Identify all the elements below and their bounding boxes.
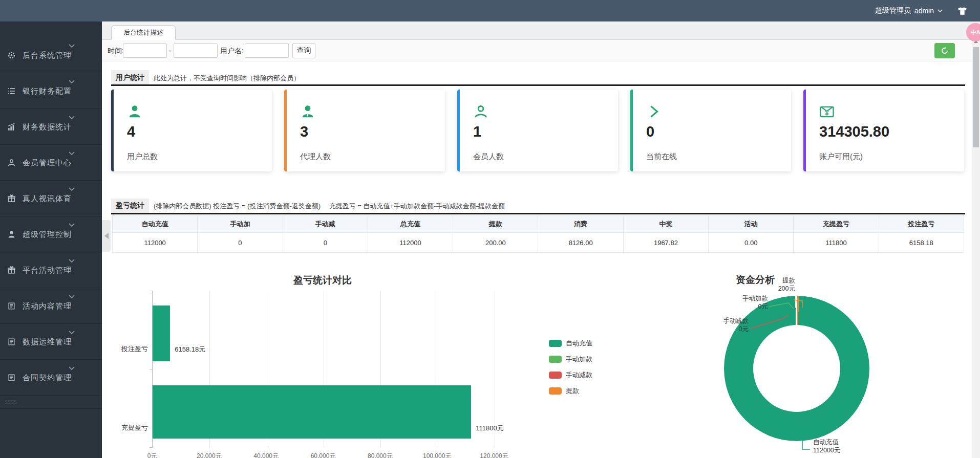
table-header-cell: 自动充值 bbox=[113, 216, 198, 233]
svg-text:¥: ¥ bbox=[825, 110, 829, 117]
user-tie-icon bbox=[300, 104, 315, 119]
sidebar-item-label: 会员管理中心 bbox=[23, 158, 72, 167]
stat-card: ¥314305.80账户可用(元) bbox=[803, 90, 964, 171]
tab-backend-statistics[interactable]: 后台统计描述 bbox=[111, 25, 176, 40]
user-role: 超级管理员 bbox=[875, 6, 911, 15]
table-header-cell: 手动加 bbox=[198, 216, 283, 233]
username-input[interactable] bbox=[245, 43, 289, 58]
sidebar-item[interactable]: 财务数据统计 bbox=[0, 109, 102, 145]
stat-card: 0当前在线 bbox=[630, 90, 791, 171]
stat-card-label: 账户可用(元) bbox=[819, 152, 863, 162]
table-value-cell: 6158.18 bbox=[879, 233, 964, 253]
table-value-cell: 8126.00 bbox=[538, 233, 623, 253]
sidebar-item[interactable]: 后台系统管理 bbox=[0, 37, 102, 73]
stat-card-label: 代理人数 bbox=[300, 152, 331, 162]
bar-category-label: 投注盈亏 bbox=[111, 344, 148, 354]
news-icon bbox=[7, 301, 16, 310]
sidebar-collapse-handle[interactable] bbox=[102, 220, 111, 252]
bar-value-label: 111800元 bbox=[476, 424, 503, 433]
x-axis-tick-label: 80,000元 bbox=[368, 452, 393, 458]
topbar: 超级管理员 admin bbox=[0, 0, 980, 21]
profit-stats-divider bbox=[111, 213, 965, 214]
sidebar-item-label: 真人视讯体育 bbox=[23, 193, 72, 203]
profit-stats-note: (排除内部会员数据) 投注盈亏 = (投注消费金额-返奖金额) 充提盈亏 = 自… bbox=[154, 202, 505, 211]
legend-swatch bbox=[549, 340, 562, 347]
sidebar-item-label: 后台系统管理 bbox=[23, 50, 72, 60]
user-menu[interactable]: 超级管理员 admin bbox=[875, 6, 943, 15]
chevron-down-icon bbox=[69, 331, 75, 334]
legend-item[interactable]: 手动加款 bbox=[549, 355, 592, 364]
legend-swatch bbox=[549, 387, 562, 395]
refresh-icon bbox=[941, 47, 949, 55]
table-header-cell: 投注盈亏 bbox=[879, 216, 964, 233]
vertical-scrollbar[interactable] bbox=[972, 21, 980, 458]
sidebar-item[interactable]: 会员管理中心 bbox=[0, 145, 102, 181]
table-header-cell: 活动 bbox=[709, 216, 794, 233]
sidebar-item-label: 超级管理控制 bbox=[23, 229, 72, 239]
sidebar-item-label: 平台活动管理 bbox=[23, 265, 72, 275]
legend-item[interactable]: 手动减款 bbox=[549, 370, 592, 380]
y-axis-tick bbox=[150, 447, 153, 448]
search-button[interactable]: 查询 bbox=[292, 43, 315, 58]
scrollbar-thumb[interactable] bbox=[973, 47, 979, 147]
table-header-cell: 充提盈亏 bbox=[794, 216, 879, 233]
sidebar-item[interactable]: 平台活动管理 bbox=[0, 252, 102, 288]
stat-card: 3代理人数 bbox=[284, 90, 445, 171]
username-label: 用户名: bbox=[220, 40, 244, 61]
chevron-down-icon bbox=[69, 366, 75, 370]
stat-card-value: 314305.80 bbox=[819, 123, 889, 140]
stat-card-label: 用户总数 bbox=[127, 152, 158, 162]
legend-label: 手动加款 bbox=[566, 355, 592, 364]
sidebar-item[interactable]: 超级管理控制 bbox=[0, 216, 102, 252]
table-value-cell: 112000 bbox=[368, 233, 453, 253]
user-stats-title: 用户统计 bbox=[111, 70, 149, 85]
tab-strip: 后台统计描述 bbox=[102, 21, 972, 40]
theme-shirt-icon[interactable] bbox=[957, 7, 968, 15]
table-value-cell: 0 bbox=[198, 233, 283, 253]
callout-auto-recharge: 自动充值112000元 bbox=[813, 438, 840, 454]
table-header-cell: 消费 bbox=[538, 216, 623, 233]
stat-card-value: 1 bbox=[473, 123, 481, 140]
gift-icon bbox=[7, 266, 16, 274]
refresh-button[interactable] bbox=[934, 43, 955, 58]
bar bbox=[153, 385, 471, 439]
stat-cards: 4用户总数3代理人数1会员人数0当前在线¥314305.80账户可用(元) bbox=[111, 90, 965, 171]
donut-hole bbox=[753, 325, 840, 412]
sidebar-item[interactable]: 银行财务配置 bbox=[0, 73, 102, 109]
callout-withdraw: 提款200元 bbox=[744, 276, 795, 293]
chevron-down-icon bbox=[69, 44, 75, 48]
sidebar-item[interactable]: 合同契约管理 bbox=[0, 360, 102, 396]
time-end-input[interactable] bbox=[174, 43, 218, 58]
table-header-cell: 手动减 bbox=[283, 216, 368, 233]
stat-card-label: 当前在线 bbox=[646, 152, 677, 162]
sidebar-item-label: 合同契约管理 bbox=[23, 373, 72, 382]
user-filled-icon bbox=[127, 104, 142, 119]
time-start-input[interactable] bbox=[123, 43, 167, 58]
bar-value-label: 6158.18元 bbox=[175, 345, 205, 354]
y-axis-tick bbox=[150, 369, 153, 369]
money-envelope-icon: ¥ bbox=[819, 104, 835, 119]
sidebar-footer-text: ssss bbox=[0, 396, 102, 409]
legend-label: 自动充值 bbox=[566, 339, 592, 348]
chevron-down-icon bbox=[69, 80, 75, 83]
x-axis-tick-label: 120,000元 bbox=[480, 452, 508, 458]
chevron-down-icon bbox=[938, 9, 943, 12]
chevron-down-icon bbox=[69, 151, 75, 155]
chevron-down-icon bbox=[69, 116, 75, 119]
table-value-cell: 1967.82 bbox=[623, 233, 708, 253]
legend-item[interactable]: 自动充值 bbox=[549, 339, 592, 348]
query-bar: 时间: - 用户名: 查询 bbox=[102, 40, 972, 61]
sidebar-item[interactable]: 数据运维管理 bbox=[0, 324, 102, 360]
sidebar-item[interactable]: 活动内容管理 bbox=[0, 288, 102, 324]
stat-card: 4用户总数 bbox=[111, 90, 272, 171]
sidebar: 后台系统管理银行财务配置财务数据统计会员管理中心真人视讯体育超级管理控制平台活动… bbox=[0, 21, 102, 458]
stat-card-value: 4 bbox=[127, 123, 135, 140]
dash-label: - bbox=[168, 40, 171, 61]
sidebar-item[interactable]: 真人视讯体育 bbox=[0, 181, 102, 216]
profit-table: 自动充值手动加手动减总充值提款消费中奖活动充提盈亏投注盈亏 1120000011… bbox=[112, 215, 964, 253]
legend-item[interactable]: 提款 bbox=[549, 386, 592, 396]
profit-table-header-row: 自动充值手动加手动减总充值提款消费中奖活动充提盈亏投注盈亏 bbox=[113, 216, 964, 233]
user-stats-divider bbox=[111, 84, 965, 86]
x-axis-tick-label: 60,000元 bbox=[311, 452, 336, 458]
bar-chart-plot bbox=[152, 291, 494, 448]
